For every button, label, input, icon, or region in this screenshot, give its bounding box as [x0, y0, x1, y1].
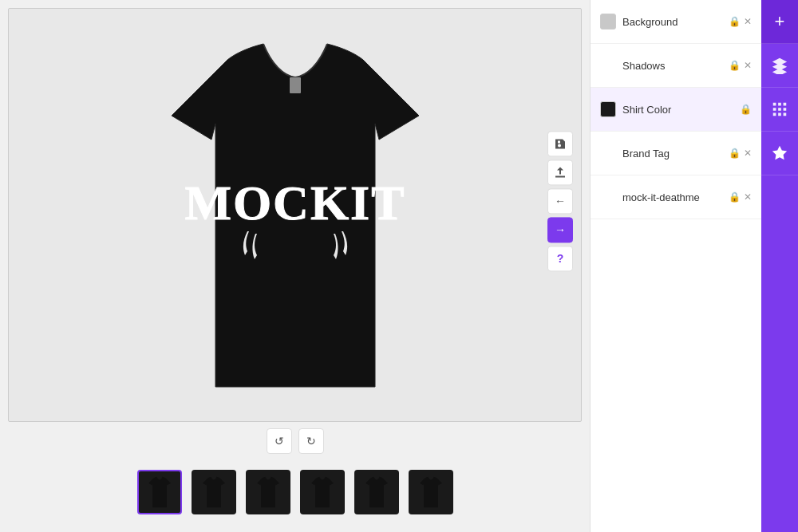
canvas-container: MOCKIT: [8, 8, 582, 422]
shirt-color-actions: 🔒: [740, 104, 752, 115]
svg-rect-0: [290, 77, 301, 93]
background-actions: 🔒 ✕: [729, 16, 752, 27]
shadows-actions: 🔒 ✕: [729, 60, 752, 71]
layer-design-name: mock-it-deathme: [600, 191, 722, 203]
lock-icon[interactable]: 🔒: [729, 16, 741, 27]
layer-shirt-color[interactable]: Shirt Color 🔒: [591, 88, 761, 132]
pattern-icon: [771, 100, 788, 118]
plus-icon: +: [775, 11, 785, 32]
undo-button[interactable]: ↺: [267, 428, 292, 454]
close-icon[interactable]: ✕: [744, 60, 752, 71]
canvas-wrapper: MOCKIT: [0, 0, 590, 532]
layer-shirt-color-name: Shirt Color: [622, 104, 733, 116]
forward-button[interactable]: →: [547, 217, 573, 242]
thumbnail-1[interactable]: [137, 470, 182, 514]
undo-icon: ↺: [275, 435, 284, 447]
favorites-button[interactable]: [761, 132, 798, 175]
layer-background-name: Background: [622, 16, 722, 28]
layer-shadows[interactable]: Shadows 🔒 ✕: [591, 44, 761, 88]
help-button[interactable]: ?: [547, 246, 573, 271]
canvas-bottom-bar: ↺ ↻: [8, 422, 582, 460]
pattern-button[interactable]: [761, 88, 798, 132]
close-icon[interactable]: ✕: [744, 191, 752, 203]
layer-design[interactable]: mock-it-deathme 🔒 ✕: [591, 175, 761, 219]
lock-icon[interactable]: 🔒: [729, 60, 741, 71]
thumbnail-strip: [8, 460, 582, 524]
svg-text:MOCKIT: MOCKIT: [184, 175, 405, 230]
thumbnail-6[interactable]: [409, 470, 453, 514]
shirt-preview: MOCKIT: [124, 20, 467, 411]
close-icon[interactable]: ✕: [744, 16, 752, 27]
forward-icon: →: [555, 223, 566, 236]
layers-icon: [771, 57, 788, 74]
brand-tag-actions: 🔒 ✕: [729, 148, 752, 159]
shirt-svg: MOCKIT: [124, 20, 467, 411]
lock-icon[interactable]: 🔒: [740, 104, 752, 115]
thumbnail-5[interactable]: [354, 470, 399, 514]
layers-panel: Background 🔒 ✕ Shadows 🔒 ✕ Shirt Color 🔒…: [590, 0, 761, 532]
star-icon: [771, 144, 788, 162]
layer-brand-tag-name: Brand Tag: [600, 148, 722, 160]
upload-button[interactable]: [547, 160, 573, 185]
design-actions: 🔒 ✕: [729, 191, 752, 203]
lock-icon[interactable]: 🔒: [729, 191, 741, 203]
thumbnail-3[interactable]: [246, 470, 290, 514]
close-icon[interactable]: ✕: [744, 148, 752, 159]
main-area: MOCKIT: [0, 0, 798, 532]
layer-background[interactable]: Background 🔒 ✕: [591, 0, 761, 44]
help-icon: ?: [557, 252, 564, 265]
thumbnail-4[interactable]: [300, 470, 345, 514]
background-swatch: [600, 14, 616, 30]
canvas-toolbar: ← → ?: [547, 131, 573, 271]
shirt-color-swatch: [600, 101, 616, 117]
layer-shadows-name: Shadows: [600, 60, 722, 72]
save-button[interactable]: [547, 131, 573, 156]
back-button[interactable]: ←: [547, 188, 573, 214]
add-layer-button[interactable]: +: [761, 0, 798, 44]
back-icon: ←: [555, 195, 566, 207]
layers-button[interactable]: [761, 44, 798, 88]
layer-brand-tag[interactable]: Brand Tag 🔒 ✕: [591, 132, 761, 175]
lock-icon[interactable]: 🔒: [729, 148, 741, 159]
redo-icon: ↻: [306, 435, 316, 447]
right-toolbar: +: [761, 0, 798, 532]
thumbnail-2[interactable]: [192, 470, 236, 514]
redo-button[interactable]: ↻: [298, 428, 324, 454]
